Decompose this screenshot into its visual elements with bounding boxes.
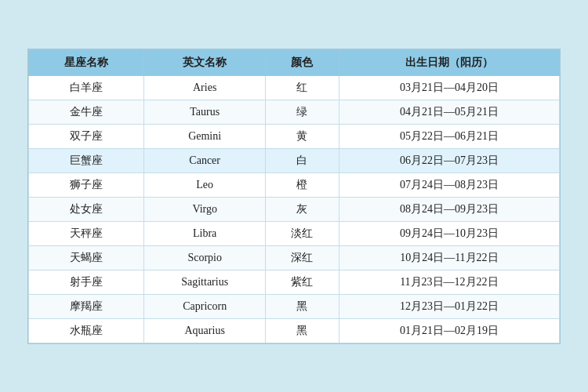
cell-color: 黄 xyxy=(266,124,339,148)
zodiac-table-wrapper: 星座名称 英文名称 颜色 出生日期（阳历） 白羊座Aries红03月21日—04… xyxy=(27,49,561,344)
header-chinese-name: 星座名称 xyxy=(29,49,144,75)
cell-dates: 10月24日—11月22日 xyxy=(339,245,559,270)
cell-color: 深红 xyxy=(266,245,339,270)
cell-color: 白 xyxy=(266,148,339,172)
cell-dates: 12月23日—01月22日 xyxy=(339,294,559,318)
table-row: 天蝎座Scorpio深红10月24日—11月22日 xyxy=(29,245,560,270)
table-row: 狮子座Leo橙07月24日—08月23日 xyxy=(29,172,560,197)
cell-color: 橙 xyxy=(266,172,339,197)
cell-chinese-name: 巨蟹座 xyxy=(29,148,144,172)
cell-dates: 05月22日—06月21日 xyxy=(339,124,559,148)
cell-color: 紫红 xyxy=(266,270,339,294)
cell-english-name: Libra xyxy=(144,221,266,245)
cell-chinese-name: 处女座 xyxy=(29,197,144,221)
table-row: 巨蟹座Cancer白06月22日—07月23日 xyxy=(29,148,560,172)
cell-chinese-name: 狮子座 xyxy=(29,172,144,197)
cell-dates: 03月21日—04月20日 xyxy=(339,75,559,100)
table-header-row: 星座名称 英文名称 颜色 出生日期（阳历） xyxy=(29,49,560,75)
table-row: 金牛座Taurus绿04月21日—05月21日 xyxy=(29,100,560,124)
header-birthdate: 出生日期（阳历） xyxy=(339,49,559,75)
cell-chinese-name: 水瓶座 xyxy=(29,318,144,343)
cell-dates: 08月24日—09月23日 xyxy=(339,197,559,221)
cell-english-name: Cancer xyxy=(144,148,266,172)
cell-color: 淡红 xyxy=(266,221,339,245)
table-row: 白羊座Aries红03月21日—04月20日 xyxy=(29,75,560,100)
cell-chinese-name: 天蝎座 xyxy=(29,245,144,270)
cell-dates: 01月21日—02月19日 xyxy=(339,318,559,343)
cell-english-name: Aries xyxy=(144,75,266,100)
cell-english-name: Leo xyxy=(144,172,266,197)
cell-chinese-name: 天秤座 xyxy=(29,221,144,245)
header-english-name: 英文名称 xyxy=(144,49,266,75)
cell-chinese-name: 白羊座 xyxy=(29,75,144,100)
cell-english-name: Capricorn xyxy=(144,294,266,318)
cell-chinese-name: 金牛座 xyxy=(29,100,144,124)
header-color: 颜色 xyxy=(266,49,339,75)
cell-english-name: Sagittarius xyxy=(144,270,266,294)
cell-color: 黑 xyxy=(266,294,339,318)
table-row: 摩羯座Capricorn黑12月23日—01月22日 xyxy=(29,294,560,318)
cell-english-name: Taurus xyxy=(144,100,266,124)
cell-dates: 04月21日—05月21日 xyxy=(339,100,559,124)
cell-english-name: Scorpio xyxy=(144,245,266,270)
table-row: 天秤座Libra淡红09月24日—10月23日 xyxy=(29,221,560,245)
cell-dates: 07月24日—08月23日 xyxy=(339,172,559,197)
cell-chinese-name: 射手座 xyxy=(29,270,144,294)
cell-dates: 11月23日—12月22日 xyxy=(339,270,559,294)
cell-english-name: Aquarius xyxy=(144,318,266,343)
cell-english-name: Virgo xyxy=(144,197,266,221)
cell-color: 黑 xyxy=(266,318,339,343)
table-body: 白羊座Aries红03月21日—04月20日金牛座Taurus绿04月21日—0… xyxy=(29,75,560,343)
table-row: 水瓶座Aquarius黑01月21日—02月19日 xyxy=(29,318,560,343)
table-row: 双子座Gemini黄05月22日—06月21日 xyxy=(29,124,560,148)
table-row: 射手座Sagittarius紫红11月23日—12月22日 xyxy=(29,270,560,294)
cell-dates: 09月24日—10月23日 xyxy=(339,221,559,245)
cell-color: 红 xyxy=(266,75,339,100)
cell-english-name: Gemini xyxy=(144,124,266,148)
cell-chinese-name: 双子座 xyxy=(29,124,144,148)
cell-chinese-name: 摩羯座 xyxy=(29,294,144,318)
cell-color: 灰 xyxy=(266,197,339,221)
cell-dates: 06月22日—07月23日 xyxy=(339,148,559,172)
table-row: 处女座Virgo灰08月24日—09月23日 xyxy=(29,197,560,221)
zodiac-table: 星座名称 英文名称 颜色 出生日期（阳历） 白羊座Aries红03月21日—04… xyxy=(28,49,560,343)
cell-color: 绿 xyxy=(266,100,339,124)
